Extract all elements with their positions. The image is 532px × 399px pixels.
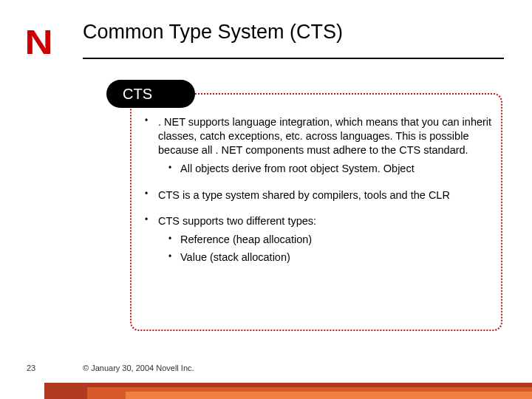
slide: N Common Type System (CTS) CTS . NET sup… — [0, 0, 532, 399]
copyright: © January 30, 2004 Novell Inc. — [83, 364, 194, 372]
page-number: 23 — [27, 364, 35, 372]
page-title: Common Type System (CTS) — [83, 21, 343, 44]
section-badge: CTS — [106, 80, 195, 108]
footer-bar-light — [126, 392, 532, 399]
logo: N — [25, 22, 53, 62]
content-box — [130, 93, 502, 331]
title-divider — [83, 58, 504, 59]
